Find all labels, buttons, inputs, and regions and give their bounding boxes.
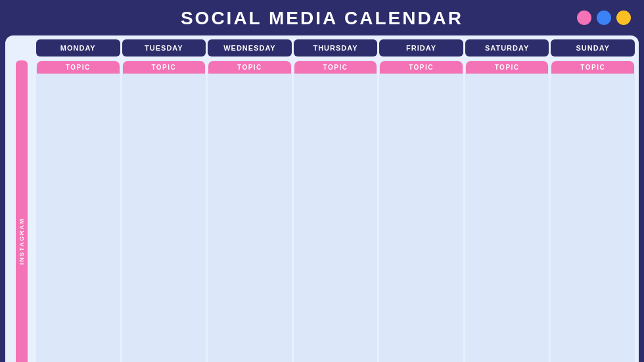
day-header-sunday: SUNDAY xyxy=(551,39,635,57)
cell-instagram-wednesday[interactable]: TOPIC xyxy=(208,60,292,362)
topic-badge-instagram-friday: TOPIC xyxy=(380,61,463,74)
pink-dot xyxy=(577,11,591,25)
cell-body-instagram-thursday xyxy=(294,74,377,362)
side-label-instagram: INSTAGRAM xyxy=(16,60,28,362)
cell-instagram-monday[interactable]: TOPIC xyxy=(36,60,120,362)
cell-body-instagram-saturday xyxy=(466,74,549,362)
cell-body-instagram-wednesday xyxy=(208,74,291,362)
blue-dot xyxy=(597,11,611,25)
side-label-container-instagram: INSTAGRAM xyxy=(9,60,34,362)
day-header-spacer xyxy=(9,39,34,57)
day-headers-row: MONDAY TUESDAY WEDNESDAY THURSDAY FRIDAY… xyxy=(5,35,639,58)
header: SOCIAL MEDIA CALENDAR xyxy=(0,0,644,35)
cell-instagram-tuesday[interactable]: TOPIC xyxy=(122,60,206,362)
day-header-tuesday: TUESDAY xyxy=(122,39,206,57)
cell-body-instagram-friday xyxy=(380,74,463,362)
cell-body-instagram-sunday xyxy=(551,74,634,362)
cell-instagram-friday[interactable]: TOPIC xyxy=(379,60,463,362)
topic-badge-instagram-wednesday: TOPIC xyxy=(208,61,291,74)
app-container: SOCIAL MEDIA CALENDAR MONDAY TUESDAY WED… xyxy=(0,0,644,362)
cell-instagram-thursday[interactable]: TOPIC xyxy=(294,60,378,362)
header-dots xyxy=(577,11,631,25)
yellow-dot xyxy=(616,11,631,25)
page-title: SOCIAL MEDIA CALENDAR xyxy=(181,8,463,29)
topic-badge-instagram-saturday: TOPIC xyxy=(466,61,549,74)
cell-body-instagram-monday xyxy=(37,74,120,362)
cell-instagram-saturday[interactable]: TOPIC xyxy=(465,60,549,362)
day-header-wednesday: WEDNESDAY xyxy=(208,39,292,57)
topic-badge-instagram-sunday: TOPIC xyxy=(551,61,634,74)
day-header-saturday: SATURDAY xyxy=(465,39,549,57)
topic-badge-instagram-tuesday: TOPIC xyxy=(123,61,206,74)
row-instagram: INSTAGRAM TOPIC TOPIC TOPIC TOPIC xyxy=(9,60,635,362)
cell-instagram-sunday[interactable]: TOPIC xyxy=(551,60,635,362)
day-header-thursday: THURSDAY xyxy=(294,39,378,57)
main-content: MONDAY TUESDAY WEDNESDAY THURSDAY FRIDAY… xyxy=(5,35,639,362)
calendar-grid: INSTAGRAM TOPIC TOPIC TOPIC TOPIC xyxy=(5,58,639,362)
cell-body-instagram-tuesday xyxy=(123,74,206,362)
day-header-friday: FRIDAY xyxy=(379,39,463,57)
topic-badge-instagram-thursday: TOPIC xyxy=(294,61,377,74)
topic-badge-instagram-monday: TOPIC xyxy=(37,61,120,74)
day-header-monday: MONDAY xyxy=(36,39,120,57)
